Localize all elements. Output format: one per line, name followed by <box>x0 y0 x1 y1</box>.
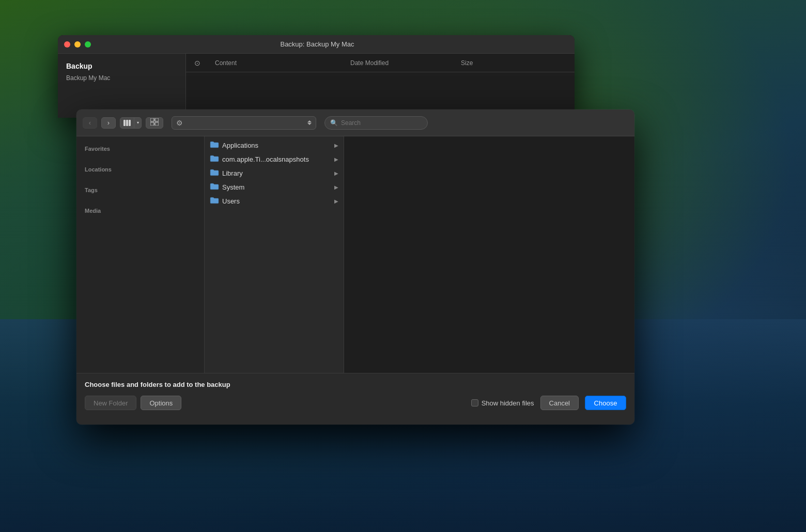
svg-rect-6 <box>155 122 159 126</box>
window-title: Backup: Backup My Mac <box>66 40 568 48</box>
tm-content-area: ⊙ Content Date Modified Size <box>186 54 575 118</box>
dialog-actions-left: New Folder Options <box>85 396 181 410</box>
list-item[interactable]: Applications ▶ <box>205 138 344 152</box>
tm-column-headers: ⊙ Content Date Modified Size <box>186 54 575 72</box>
action-button[interactable] <box>146 117 163 129</box>
file-open-dialog: ‹ › ▾ <box>76 109 634 425</box>
dialog-main: Favorites Locations Tags Media Applicati… <box>76 136 634 373</box>
location-selector[interactable]: ⚙ <box>172 116 316 130</box>
gear-icon: ⚙ <box>176 119 183 127</box>
folder-name: com.apple.Ti...ocalsnapshots <box>222 155 331 163</box>
search-field[interactable]: 🔍 <box>324 116 428 130</box>
svg-rect-5 <box>155 118 159 121</box>
favorites-section-label: Favorites <box>76 143 204 154</box>
arrow-down-icon <box>307 123 312 125</box>
expand-icon: ▶ <box>334 198 338 204</box>
date-col-header: Date Modified <box>350 59 389 67</box>
forward-icon: › <box>107 119 110 127</box>
search-icon: 🔍 <box>330 119 338 127</box>
location-select-content: ⚙ <box>176 119 183 127</box>
forward-button[interactable]: › <box>101 117 116 129</box>
svg-rect-0 <box>123 120 126 126</box>
choose-button[interactable]: Choose <box>585 396 626 410</box>
svg-rect-2 <box>129 120 131 126</box>
folder-icon <box>210 141 219 150</box>
folder-name: Users <box>222 197 331 205</box>
folder-icon <box>210 155 219 164</box>
folder-icon <box>210 197 219 206</box>
folder-icon <box>210 183 219 192</box>
folder-name: Applications <box>222 142 331 149</box>
folder-name: System <box>222 183 331 191</box>
dialog-actions-right: Show hidden files Cancel Choose <box>471 396 626 410</box>
content-col-header: Content <box>215 59 237 67</box>
locations-section-label: Locations <box>76 163 204 175</box>
tm-body: Backup Backup My Mac ⊙ Content Date Modi… <box>58 54 575 118</box>
svg-rect-1 <box>126 120 128 126</box>
expand-icon: ▶ <box>334 184 338 190</box>
dialog-sidebar: Favorites Locations Tags Media <box>76 136 205 373</box>
tm-sidebar-subtitle: Backup My Mac <box>58 73 185 86</box>
size-col-header: Size <box>461 59 473 67</box>
dialog-hint-text: Choose files and folders to add to the b… <box>85 381 626 388</box>
dialog-files: Applications ▶ com.apple.Ti...ocalsnapsh… <box>205 136 634 373</box>
dialog-actions: New Folder Options Show hidden files Can… <box>85 396 626 410</box>
arrow-up-icon <box>307 120 312 122</box>
show-hidden-label[interactable]: Show hidden files <box>471 399 534 407</box>
action-icon <box>150 118 159 127</box>
folder-icon <box>210 169 219 178</box>
view-columns-icon <box>120 117 134 129</box>
detail-column <box>344 136 634 373</box>
select-arrows <box>307 120 312 125</box>
view-chevron-icon: ▾ <box>134 117 141 129</box>
tm-titlebar: Backup: Backup My Mac <box>58 35 575 54</box>
list-item[interactable]: System ▶ <box>205 180 344 194</box>
svg-rect-3 <box>150 118 154 121</box>
back-button[interactable]: ‹ <box>83 117 97 129</box>
cancel-button[interactable]: Cancel <box>540 396 579 410</box>
options-button[interactable]: Options <box>141 396 181 410</box>
show-hidden-checkbox[interactable] <box>471 399 478 406</box>
media-section-label: Media <box>76 205 204 216</box>
expand-icon: ▶ <box>334 170 338 176</box>
list-item[interactable]: com.apple.Ti...ocalsnapshots ▶ <box>205 152 344 166</box>
expand-icon: ▶ <box>334 157 338 162</box>
folder-name: Library <box>222 169 331 177</box>
svg-rect-4 <box>150 122 154 126</box>
dialog-bottom-bar: Choose files and folders to add to the b… <box>76 373 634 425</box>
list-item[interactable]: Users ▶ <box>205 194 344 208</box>
view-mode-button[interactable]: ▾ <box>120 117 142 129</box>
search-input[interactable] <box>341 119 419 127</box>
expand-icon: ▶ <box>334 143 338 148</box>
new-folder-button[interactable]: New Folder <box>85 396 136 410</box>
tm-sidebar-title: Backup <box>58 59 185 73</box>
list-item[interactable]: Library ▶ <box>205 166 344 180</box>
tm-sidebar: Backup Backup My Mac <box>58 54 186 118</box>
time-machine-window: Backup: Backup My Mac Backup Backup My M… <box>58 35 575 118</box>
dialog-toolbar: ‹ › ▾ <box>76 109 634 136</box>
folder-column: Applications ▶ com.apple.Ti...ocalsnapsh… <box>205 136 344 373</box>
show-hidden-text: Show hidden files <box>482 399 534 407</box>
tags-section-label: Tags <box>76 184 204 195</box>
content-col-icon: ⊙ <box>194 59 200 67</box>
back-icon: ‹ <box>89 119 91 127</box>
